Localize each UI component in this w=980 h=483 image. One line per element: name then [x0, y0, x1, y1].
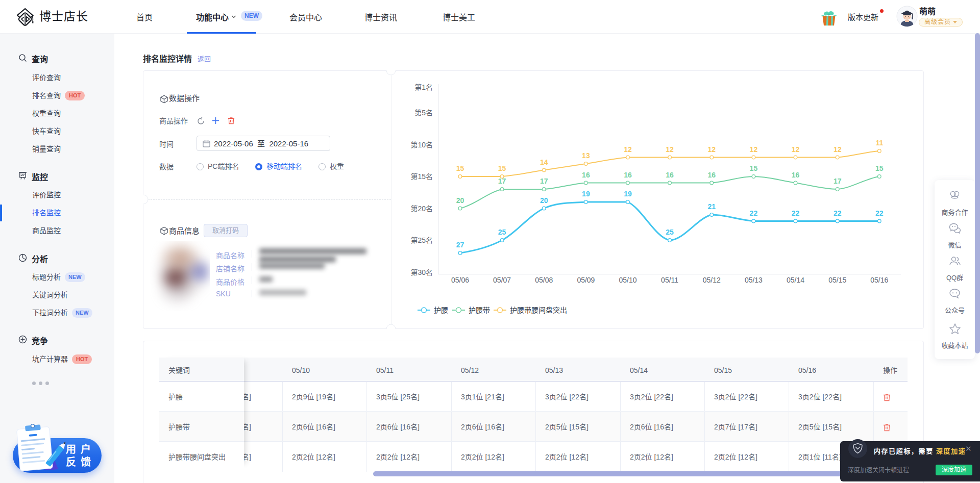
svg-text:13: 13: [582, 151, 590, 160]
svg-text:22: 22: [792, 209, 800, 217]
svg-text:16: 16: [666, 171, 674, 179]
svg-text:22: 22: [875, 209, 884, 217]
svg-text:16: 16: [624, 171, 632, 179]
svg-text:27: 27: [456, 241, 464, 249]
svg-text:05/15: 05/15: [828, 276, 846, 284]
svg-text:第10名: 第10名: [410, 141, 433, 149]
svg-text:21: 21: [708, 202, 716, 211]
svg-text:16: 16: [708, 171, 716, 179]
svg-text:12: 12: [666, 145, 674, 154]
svg-text:19: 19: [624, 190, 632, 198]
svg-text:14: 14: [540, 158, 548, 166]
svg-text:15: 15: [498, 164, 506, 172]
svg-text:第1名: 第1名: [414, 83, 433, 91]
svg-text:05/09: 05/09: [577, 276, 595, 284]
svg-text:05/14: 05/14: [787, 276, 804, 284]
svg-text:05/12: 05/12: [703, 276, 721, 284]
svg-text:17: 17: [834, 177, 842, 185]
svg-text:16: 16: [582, 171, 590, 179]
svg-text:05/06: 05/06: [451, 276, 469, 284]
svg-text:19: 19: [582, 190, 590, 198]
svg-text:05/16: 05/16: [870, 276, 888, 284]
svg-text:17: 17: [540, 177, 548, 185]
svg-text:12: 12: [834, 145, 842, 154]
svg-text:15: 15: [875, 164, 884, 172]
svg-text:20: 20: [456, 196, 464, 205]
svg-text:22: 22: [834, 209, 842, 217]
svg-text:第25名: 第25名: [410, 236, 433, 244]
svg-text:12: 12: [792, 145, 800, 154]
svg-text:05/10: 05/10: [619, 276, 636, 284]
svg-text:16: 16: [792, 171, 800, 179]
svg-text:护腰带腰间盘突出: 护腰带腰间盘突出: [510, 306, 567, 314]
svg-text:15: 15: [456, 164, 464, 172]
svg-text:11: 11: [875, 139, 883, 147]
svg-text:12: 12: [708, 145, 716, 154]
svg-text:第15名: 第15名: [410, 172, 433, 181]
svg-text:20: 20: [540, 196, 548, 205]
svg-text:15: 15: [750, 164, 758, 172]
svg-text:17: 17: [498, 177, 506, 185]
svg-text:25: 25: [498, 228, 506, 236]
svg-text:05/08: 05/08: [535, 276, 553, 284]
svg-text:22: 22: [750, 209, 758, 217]
svg-text:25: 25: [666, 228, 674, 236]
svg-text:第30名: 第30名: [410, 268, 433, 276]
svg-text:第5名: 第5名: [414, 109, 433, 117]
svg-text:05/13: 05/13: [745, 276, 763, 284]
svg-text:05/11: 05/11: [661, 276, 678, 284]
svg-text:护腰: 护腰: [434, 306, 448, 314]
svg-text:第20名: 第20名: [410, 205, 433, 213]
svg-text:05/07: 05/07: [493, 276, 511, 284]
svg-text:12: 12: [624, 145, 632, 154]
svg-text:12: 12: [750, 145, 758, 154]
svg-text:护腰带: 护腰带: [469, 306, 490, 314]
